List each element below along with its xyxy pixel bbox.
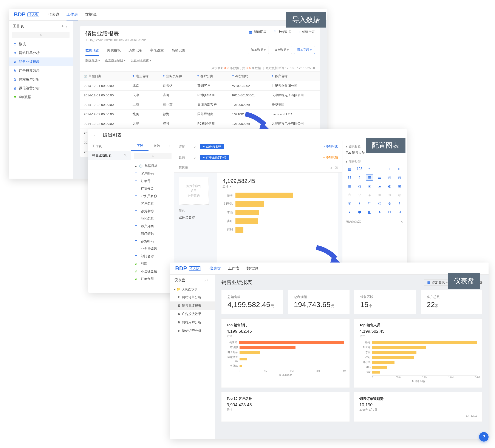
subtab-auth[interactable]: 关联授权 xyxy=(107,46,121,56)
field-item[interactable]: #订单金额 xyxy=(131,275,174,283)
value-pill[interactable]: ▾ 订单金额(求和) xyxy=(200,155,229,160)
ws-item[interactable]: 销售业绩报表✎ xyxy=(88,151,131,160)
chart-type-option[interactable]: ⫿ xyxy=(356,175,363,180)
chart-type-option[interactable]: ⊿ xyxy=(396,209,403,215)
tab-datasource[interactable]: 数据源 xyxy=(85,9,97,20)
chart-type-option[interactable]: ⬭ xyxy=(386,209,393,215)
field-item[interactable]: T业务员名称 xyxy=(131,192,174,200)
chart-type-option[interactable]: ⊟ xyxy=(386,175,393,180)
table-row[interactable]: 2014-12-01 00:00:00天津崔可PC机经销商F010-801000… xyxy=(80,91,320,100)
chart-type-option[interactable]: ◔ xyxy=(356,183,363,189)
fields-tab[interactable]: 字段 xyxy=(131,141,149,151)
chart-type-option[interactable]: ☁ xyxy=(376,183,383,189)
add-axis-link[interactable]: ⊢ 添加次轴 xyxy=(322,156,338,160)
field-item[interactable]: T订单号 xyxy=(131,177,174,185)
table-row[interactable]: 2014-12-02 00:00:00天津崔可PC机经销商1019002065天… xyxy=(80,119,320,128)
field-item[interactable]: T存货分类 xyxy=(131,185,174,192)
filter-link[interactable]: 数据筛选 ▾ xyxy=(85,58,100,62)
sidebar-item[interactable]: 🗎 销售业绩报表 xyxy=(170,301,215,310)
tab-worksheet[interactable]: 工作表 xyxy=(228,262,240,274)
subtab-history[interactable]: 历史记录 xyxy=(128,46,142,56)
column-header[interactable]: T业务员名称 xyxy=(160,72,194,81)
chart-type-option[interactable]: ▦ xyxy=(346,183,353,189)
sidebar-item[interactable]: 🗎 微信运营分析 xyxy=(170,327,215,335)
chart-type-option[interactable]: ◈ xyxy=(366,192,373,198)
color-value[interactable]: 业务员名称 xyxy=(174,213,213,222)
display-fields-link[interactable]: 设置显示字段 ▾ xyxy=(105,58,125,62)
dimension-pill[interactable]: ▾ 业务员名称 xyxy=(200,144,224,149)
add-chart-button[interactable]: ▦ 添加图表 ▾ xyxy=(424,279,451,285)
chart-type-option[interactable]: ⫯ xyxy=(356,200,363,206)
sidebar-item[interactable]: 🗎 广告投放效果 xyxy=(170,310,215,318)
replace-data-button[interactable]: 替换数据 ▾ xyxy=(271,46,292,54)
column-header[interactable]: T存货编码 xyxy=(229,72,268,81)
chart-type-option[interactable]: ≡ xyxy=(346,209,353,215)
sidebar-item[interactable]: ⊙概况 xyxy=(9,40,73,49)
add-field-button[interactable]: 添加字段 ▾ xyxy=(294,46,315,54)
tab-dashboard[interactable]: 仪表盘 xyxy=(48,9,60,20)
field-item[interactable]: ▸ 🕒单据日期 xyxy=(131,162,174,170)
table-row[interactable]: 2014-12-02 00:00:00北美徐海国外经销商1021001dvide… xyxy=(80,109,320,119)
field-item[interactable]: T客户分类 xyxy=(131,222,174,230)
chart-type-option[interactable]: ◎ xyxy=(396,192,403,198)
sidebar-item[interactable]: 🗎 网站订单分析 xyxy=(170,293,215,301)
append-data-button[interactable]: 追加数据 ▾ xyxy=(248,46,269,54)
chart-type-option[interactable]: ⫶ xyxy=(396,200,403,206)
add-field-icon[interactable]: + xyxy=(165,141,174,151)
chart-type-option[interactable]: ▽ xyxy=(356,192,363,198)
params-tab[interactable]: 参数 xyxy=(149,141,166,151)
sidebar-item[interactable]: 🗎4年数据 xyxy=(9,93,73,102)
chart-type-option[interactable]: ⊕ xyxy=(376,192,383,198)
filter-dropzone[interactable]: 拖拽字段到这里进行筛选 xyxy=(179,177,209,205)
field-item[interactable]: T存货名称 xyxy=(131,207,174,215)
chart-type-option[interactable]: ⟋ xyxy=(376,166,383,172)
column-header[interactable]: T客户分类 xyxy=(194,72,229,81)
field-item[interactable]: #利润 xyxy=(131,260,174,268)
field-jump-link[interactable]: 设置字段跳转 ▾ xyxy=(131,58,151,62)
field-item[interactable]: T部门名称 xyxy=(131,253,174,260)
field-item[interactable]: T地区名称 xyxy=(131,215,174,222)
chart-type-option[interactable]: ◉ xyxy=(366,183,373,189)
field-item[interactable]: #不含税金额 xyxy=(131,268,174,275)
chart-type-option[interactable]: ① xyxy=(346,200,353,206)
filter-actions[interactable]: ↓↑ ⓘ xyxy=(329,166,338,170)
chart-type-option[interactable]: ⊗ xyxy=(386,192,393,198)
expand-icon[interactable]: ⤢ xyxy=(193,156,197,160)
chart-type-option[interactable]: ▬ xyxy=(376,175,383,180)
sidebar-item[interactable]: 🗎网站用户分析 xyxy=(9,75,73,84)
chart-type-option[interactable]: ☰ xyxy=(366,175,373,180)
column-header[interactable]: 🕒单据日期 xyxy=(80,72,129,81)
field-item[interactable]: T业务员编码 xyxy=(131,245,174,253)
tab-datasource[interactable]: 数据源 xyxy=(247,262,258,274)
chart-type-option[interactable]: ⊡ xyxy=(396,175,403,180)
expand-icon[interactable]: ⤢ xyxy=(193,145,197,149)
search-input[interactable]: ⌕ xyxy=(12,32,69,38)
subtab-advanced[interactable]: 高级设置 xyxy=(172,46,185,56)
field-item[interactable]: T部门编码 xyxy=(131,230,174,238)
table-row[interactable]: 2014-12-02 00:00:00上海师小蓉集团内部客户1019002065… xyxy=(80,100,320,109)
add-icon[interactable]: + ⋮ xyxy=(61,24,69,29)
sidebar-item[interactable]: 🗎广告投放效果 xyxy=(9,66,73,75)
chart-type-option[interactable]: ▤ xyxy=(346,166,353,172)
tab-worksheet[interactable]: 工作表 xyxy=(67,9,78,20)
chart-type-option[interactable]: ⬡ xyxy=(376,200,383,206)
table-row[interactable]: 2014-12-01 00:00:00北京刘天达直销客户W1000A002世纪天… xyxy=(80,81,320,91)
chart-type-option[interactable]: ⬚ xyxy=(366,200,373,206)
total-label[interactable]: 总计 ▾ xyxy=(222,184,333,188)
back-button[interactable]: ← xyxy=(93,133,98,137)
field-item[interactable]: T存货编码 xyxy=(131,238,174,245)
chart-type-option[interactable]: ⫴ xyxy=(386,166,393,172)
sidebar-item[interactable]: 🗎销售业绩报表 xyxy=(9,57,73,66)
chart-type-option[interactable]: 123 xyxy=(356,166,363,172)
chart-type-option[interactable]: ⬢ xyxy=(356,209,363,215)
tab-dashboard[interactable]: 仪表盘 xyxy=(209,262,221,274)
add-compare-link[interactable]: ⇄ 添加对比 xyxy=(322,145,338,149)
field-item[interactable]: T客户名称 xyxy=(131,200,174,207)
chart-type-option[interactable]: ◐ xyxy=(386,183,393,189)
upload-link[interactable]: ⤒上传数据 xyxy=(273,30,291,34)
edit-icon[interactable]: ✎ xyxy=(123,154,127,158)
chart-type-option[interactable]: ⚛ xyxy=(346,192,353,198)
create-join-link[interactable]: ⊞创建合表 xyxy=(297,30,315,34)
chart-type-option[interactable]: ⊙ xyxy=(386,200,393,206)
help-button[interactable]: ? xyxy=(479,432,489,442)
